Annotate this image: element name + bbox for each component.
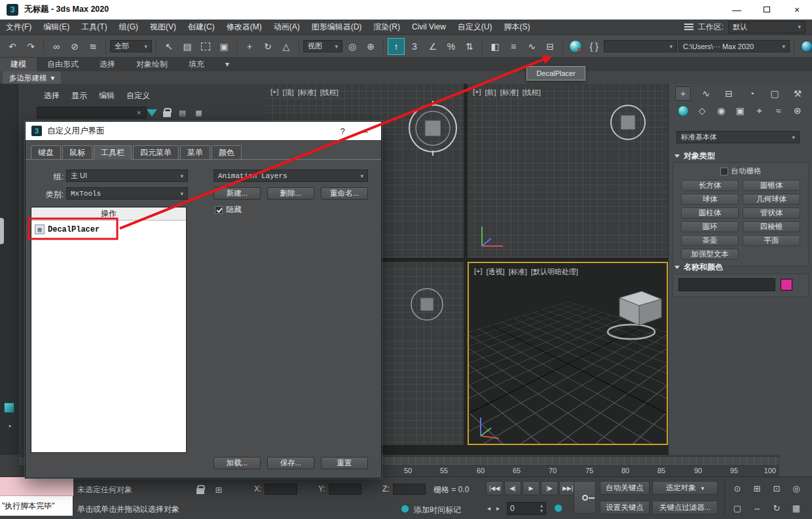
- cameras-category-icon[interactable]: ▣: [732, 103, 748, 118]
- object-button-plane[interactable]: 平面: [743, 235, 800, 246]
- pan-icon[interactable]: ⇔: [749, 501, 765, 515]
- explorer-search-input[interactable]: [37, 107, 147, 118]
- viewport-menu-plus[interactable]: [+]: [270, 88, 279, 98]
- name-color-rollout-header[interactable]: 名称和颜色: [669, 260, 812, 274]
- select-by-name-icon[interactable]: ▤: [179, 38, 196, 55]
- reference-coordinate-dropdown[interactable]: 视图 ▾: [303, 40, 342, 52]
- primitive-category-dropdown[interactable]: 标准基本体 ▾: [676, 131, 800, 143]
- polygon-modeling-tab[interactable]: 多边形建模 ▾: [3, 71, 61, 84]
- render-icon[interactable]: [798, 38, 812, 55]
- add-time-tag-text[interactable]: 添加时间标记: [414, 505, 461, 516]
- frame-step-left-icon[interactable]: ◂: [487, 505, 490, 512]
- menu-item-scripting[interactable]: 脚本(S): [498, 20, 536, 34]
- selected-objects-dropdown[interactable]: 选定对象 ▾: [652, 481, 718, 495]
- menu-item-civil-view[interactable]: Civil View: [406, 20, 452, 34]
- dialog-titlebar[interactable]: 3 自定义用户界面 ? ×: [26, 122, 381, 140]
- viewport-renderer-label[interactable]: [标准]: [298, 88, 316, 98]
- orbit-icon[interactable]: ↻: [769, 501, 784, 515]
- explorer-menu-edit[interactable]: 编辑: [93, 90, 120, 101]
- ribbon-tab-populate[interactable]: 填充: [178, 58, 215, 71]
- maximize-viewport-icon[interactable]: ▦: [788, 501, 804, 515]
- explorer-menu-select[interactable]: 选择: [38, 90, 65, 101]
- zoom-region-icon[interactable]: ▢: [729, 501, 745, 515]
- shapes-category-icon[interactable]: ◇: [694, 103, 710, 118]
- close-button[interactable]: ×: [782, 0, 812, 19]
- go-to-start-icon[interactable]: |◀◀: [486, 481, 503, 495]
- explorer-menu-customize[interactable]: 自定义: [120, 90, 156, 101]
- spacewarps-category-icon[interactable]: ≈: [771, 103, 786, 118]
- previous-frame-icon[interactable]: ◀|: [504, 481, 521, 495]
- menu-item-rendering[interactable]: 渲染(R): [367, 20, 406, 34]
- redo-icon[interactable]: ↷: [22, 38, 39, 55]
- zoom-all-icon[interactable]: ⊞: [749, 481, 765, 495]
- key-filters-button[interactable]: 关键点过滤器...: [652, 501, 718, 514]
- tab-mouse[interactable]: 鼠标: [62, 145, 92, 159]
- ribbon-tab-selection[interactable]: 选择: [89, 58, 126, 71]
- lights-category-icon[interactable]: ◉: [713, 103, 729, 118]
- select-and-place-icon[interactable]: ⊕: [362, 38, 379, 55]
- reset-button[interactable]: 重置: [321, 457, 368, 469]
- menu-item-animation[interactable]: 动画(A): [268, 20, 306, 34]
- current-frame-field[interactable]: 0 ▴▾: [507, 502, 546, 515]
- viewport-renderer-label[interactable]: [标准]: [509, 267, 527, 277]
- group-dropdown[interactable]: 主 UI ▾: [66, 170, 188, 182]
- select-and-scale-icon[interactable]: △: [278, 38, 295, 55]
- viewport-view-label[interactable]: [前]: [485, 88, 496, 98]
- tab-quad-menus[interactable]: 四元菜单: [133, 145, 179, 159]
- auto-key-button[interactable]: 自动关键点: [600, 481, 650, 495]
- play-icon[interactable]: ▶: [523, 481, 540, 495]
- select-and-move-icon[interactable]: +: [241, 38, 258, 55]
- menu-item-group[interactable]: 组(G): [113, 20, 144, 34]
- absolute-offset-icon[interactable]: ⊞: [211, 482, 227, 497]
- set-key-button[interactable]: 设置关键点: [600, 501, 650, 514]
- utilities-tab-icon[interactable]: ⚒: [790, 86, 805, 101]
- new-toolbar-button[interactable]: 新建...: [213, 187, 261, 200]
- tab-menus[interactable]: 菜单: [180, 145, 210, 159]
- viewport-front[interactable]: [+] [前] [标准] [线框]: [468, 84, 668, 258]
- lock-icon[interactable]: [163, 111, 171, 117]
- save-button[interactable]: 保存...: [267, 457, 314, 469]
- container-icon[interactable]: ◔: [2, 419, 16, 433]
- selection-filter-dropdown[interactable]: 全部 ▾: [110, 40, 152, 52]
- snaps-toggle-icon[interactable]: ↑: [388, 38, 405, 55]
- object-button-sphere[interactable]: 球体: [681, 194, 739, 205]
- viewport-shading-label[interactable]: [默认明暗处理]: [531, 267, 578, 277]
- rectangular-region-icon[interactable]: [197, 38, 214, 55]
- workspace-dropdown[interactable]: 默认 ▾: [728, 21, 805, 33]
- load-button[interactable]: 加载...: [213, 457, 261, 469]
- systems-category-icon[interactable]: ⊛: [790, 103, 805, 118]
- menu-item-modifiers[interactable]: 修改器(M): [221, 20, 268, 34]
- set-keys-button[interactable]: [574, 481, 596, 514]
- action-list[interactable]: 操作 ▦ DecalPlacer: [31, 207, 187, 453]
- viewport-perspective[interactable]: [+] [透视] [标准] [默认明暗处理]: [468, 262, 668, 445]
- select-and-link-icon[interactable]: ∞: [48, 38, 65, 55]
- geometry-category-icon[interactable]: [675, 103, 691, 118]
- tab-colors[interactable]: 颜色: [212, 145, 242, 159]
- menu-item-graph-editors[interactable]: 图形编辑器(D): [306, 20, 368, 34]
- menu-item-edit[interactable]: 编辑(E): [37, 20, 75, 34]
- viewport-renderer-label[interactable]: [标准]: [500, 88, 519, 98]
- clear-search-icon[interactable]: ×: [137, 109, 141, 116]
- object-button-cylinder[interactable]: 圆柱体: [681, 207, 739, 219]
- viewport-menu-plus[interactable]: [+]: [474, 267, 483, 277]
- object-button-pyramid[interactable]: 四棱锥: [743, 221, 800, 232]
- select-and-rotate-icon[interactable]: ↻: [259, 38, 276, 55]
- modify-tab-icon[interactable]: ∿: [698, 86, 714, 101]
- dialog-close-button[interactable]: ×: [357, 126, 375, 136]
- ribbon-tab-object-paint[interactable]: 对象绘制: [126, 58, 178, 71]
- object-color-swatch[interactable]: [781, 279, 792, 291]
- viewport-view-label[interactable]: [透视]: [487, 267, 505, 277]
- tab-keyboard[interactable]: 键盘: [31, 145, 61, 159]
- maxscript-listener-output[interactable]: "执行脚本完毕": [0, 496, 73, 516]
- hide-checkbox[interactable]: [215, 206, 223, 214]
- delete-toolbar-button[interactable]: 删除...: [267, 187, 314, 200]
- ribbon-tab-freeform[interactable]: 自由形式: [37, 58, 89, 71]
- time-tag-clock-icon[interactable]: [401, 505, 409, 513]
- z-coordinate-field[interactable]: [393, 484, 426, 495]
- object-button-tube[interactable]: 管状体: [743, 207, 800, 219]
- object-button-teapot[interactable]: 茶壶: [681, 235, 739, 246]
- maximize-button[interactable]: [752, 0, 782, 19]
- undo-icon[interactable]: ↶: [4, 38, 21, 55]
- bind-to-spacewarp-icon[interactable]: ≋: [84, 38, 101, 55]
- ribbon-tab-modeling[interactable]: 建模: [0, 58, 37, 71]
